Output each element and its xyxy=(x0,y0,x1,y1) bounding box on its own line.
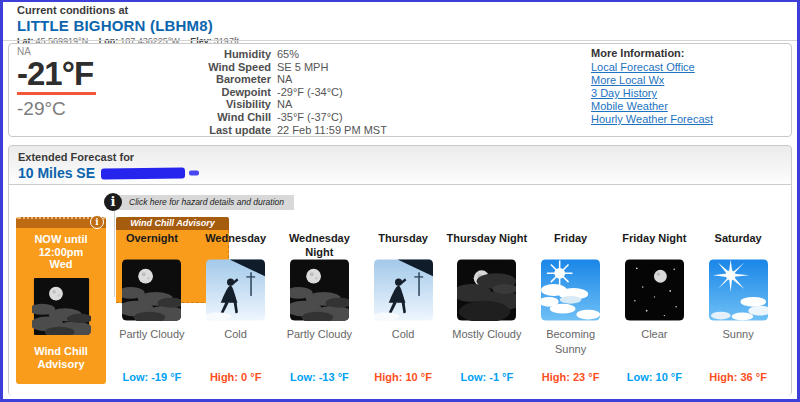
period-description: Clear xyxy=(639,327,669,369)
alert-timing: NOW until 12:00pm Wed xyxy=(16,233,106,271)
extended-forecast-header: Extended Forecast for 10 Miles SE xyxy=(18,151,185,181)
redacted-location xyxy=(101,167,185,179)
period-temperature: Low: -19 °F xyxy=(122,371,181,383)
period-temperature: Low: 10 °F xyxy=(627,371,682,383)
forecast-periods-row: Overnight Partly Cloudy Low: -19 °F Wedn… xyxy=(110,231,780,383)
period-name: Wednesday xyxy=(205,231,266,259)
period-temperature: Low: -13 °F xyxy=(290,371,349,383)
table-row: Dewpoint-29°F (-34°C) xyxy=(139,86,387,99)
row-label: Last update xyxy=(139,124,277,137)
forecast-location-prefix: 10 Miles SE xyxy=(18,165,95,181)
period-weather-image[interactable] xyxy=(374,259,433,321)
forecast-period-wednesday-night: Wednesday Night Partly Cloudy Low: -13 °… xyxy=(278,231,362,383)
link-mobile-weather[interactable]: Mobile Weather xyxy=(591,100,713,113)
period-weather-image[interactable] xyxy=(290,259,349,321)
alert-name: Wind Chill Advisory xyxy=(16,345,106,371)
more-information-heading: More Information: xyxy=(591,47,713,59)
forecast-period-saturday: Saturday Sunny High: 36 °F xyxy=(696,231,780,383)
temperature-fahrenheit: -21°F xyxy=(17,57,96,95)
row-value: 22 Feb 11:59 PM MST xyxy=(277,124,387,137)
period-weather-image[interactable] xyxy=(541,259,600,321)
period-name: Thursday Night xyxy=(447,231,528,259)
period-name: Friday xyxy=(554,231,587,259)
forecast-body: i Click here for hazard details and dura… xyxy=(9,184,791,396)
table-row: Last update22 Feb 11:59 PM MST xyxy=(139,124,387,137)
hazard-banner[interactable]: Wind Chill Advisory xyxy=(116,217,229,230)
period-weather-image[interactable] xyxy=(709,259,768,321)
period-weather-image[interactable] xyxy=(122,259,181,321)
night-partly-cloudy-icon xyxy=(290,260,349,321)
row-value: -29°F (-34°C) xyxy=(277,86,387,99)
alert-weather-image xyxy=(32,278,91,335)
cold-icon xyxy=(374,260,433,321)
row-value: NA xyxy=(277,98,387,111)
period-description: Partly Cloudy xyxy=(117,327,186,369)
period-temperature: Low: -1 °F xyxy=(461,371,514,383)
current-temperature-block: NA -21°F -29°C xyxy=(17,46,96,120)
table-row: BarometerNA xyxy=(139,73,387,86)
row-label: Wind Speed xyxy=(139,61,277,74)
row-value: -35°F (-37°C) xyxy=(277,111,387,124)
table-row: Wind Chill-35°F (-37°C) xyxy=(139,111,387,124)
forecast-period-thursday-night: Thursday Night Mostly Cloudy Low: -1 °F xyxy=(445,231,529,383)
forecast-period-overnight: Overnight Partly Cloudy Low: -19 °F xyxy=(110,231,194,383)
table-row: VisibilityNA xyxy=(139,98,387,111)
info-icon[interactable]: i xyxy=(90,215,104,229)
current-conditions-panel: NA -21°F -29°C Humidity65% Wind SpeedSE … xyxy=(8,43,792,137)
conditions-table: Humidity65% Wind SpeedSE 5 MPH Barometer… xyxy=(139,48,387,136)
period-weather-image[interactable] xyxy=(206,259,265,321)
period-description: Becoming Sunny xyxy=(529,327,613,369)
weather-page: Current conditions at LITTLE BIGHORN (LB… xyxy=(0,0,800,402)
link-hourly-weather-forecast[interactable]: Hourly Weather Forecast xyxy=(591,113,713,126)
forecast-period-friday-night: Friday Night Clear Low: 10 °F xyxy=(613,231,697,383)
sunny-icon xyxy=(709,260,768,321)
cold-icon xyxy=(206,260,265,321)
period-name: Overnight xyxy=(126,231,178,259)
period-description: Mostly Cloudy xyxy=(450,327,523,369)
period-temperature: High: 10 °F xyxy=(374,371,432,383)
period-name: Saturday xyxy=(715,231,762,259)
row-value: NA xyxy=(277,73,387,86)
period-temperature: High: 23 °F xyxy=(542,371,600,383)
hazard-info-icon[interactable]: i xyxy=(104,193,122,211)
alert-card-strip: i xyxy=(16,217,106,228)
row-label: Dewpoint xyxy=(139,86,277,99)
period-weather-image[interactable] xyxy=(625,259,684,321)
row-label: Wind Chill xyxy=(139,111,277,124)
current-conditions-kicker: Current conditions at xyxy=(17,4,241,16)
row-label: Visibility xyxy=(139,98,277,111)
night-partly-cloudy-icon xyxy=(122,260,181,321)
row-value: 65% xyxy=(277,48,387,61)
link-3-day-history[interactable]: 3 Day History xyxy=(591,87,713,100)
row-label: Barometer xyxy=(139,73,277,86)
period-temperature: High: 36 °F xyxy=(709,371,767,383)
period-description: Partly Cloudy xyxy=(285,327,354,369)
period-name: Thursday xyxy=(378,231,428,259)
row-value: SE 5 MPH xyxy=(277,61,387,74)
table-row: Humidity65% xyxy=(139,48,387,61)
extended-forecast-kicker: Extended Forecast for xyxy=(18,151,185,163)
hazard-details-link[interactable]: Click here for hazard details and durati… xyxy=(115,195,294,210)
period-temperature: High: 0 °F xyxy=(210,371,261,383)
mostly-cloudy-night-icon xyxy=(457,260,516,321)
forecast-period-friday: Friday Becoming Sunny High: 23 °F xyxy=(529,231,613,383)
period-weather-image[interactable] xyxy=(457,259,516,321)
link-more-local-wx[interactable]: More Local Wx xyxy=(591,74,713,87)
forecast-period-thursday: Thursday Cold High: 10 °F xyxy=(361,231,445,383)
forecast-location: 10 Miles SE xyxy=(18,165,185,181)
more-information-block: More Information: Local Forecast Office … xyxy=(591,47,713,126)
link-local-forecast-office[interactable]: Local Forecast Office xyxy=(591,61,713,74)
night-partly-cloudy-icon xyxy=(32,278,91,335)
active-alert-card[interactable]: i NOW until 12:00pm Wed Wind Chill Advis… xyxy=(16,217,106,384)
period-description: Sunny xyxy=(721,327,756,369)
period-description: Cold xyxy=(222,327,249,369)
temperature-celsius: -29°C xyxy=(17,98,96,120)
extended-forecast-panel: Extended Forecast for 10 Miles SE i Clic… xyxy=(8,145,792,396)
period-name: Friday Night xyxy=(622,231,686,259)
becoming-sunny-icon xyxy=(541,260,600,321)
period-name: Wednesday Night xyxy=(278,231,362,259)
station-name: LITTLE BIGHORN (LBHM8) xyxy=(17,17,241,34)
clear-night-icon xyxy=(625,260,684,321)
forecast-period-wednesday: Wednesday Cold High: 0 °F xyxy=(194,231,278,383)
row-label: Humidity xyxy=(139,48,277,61)
